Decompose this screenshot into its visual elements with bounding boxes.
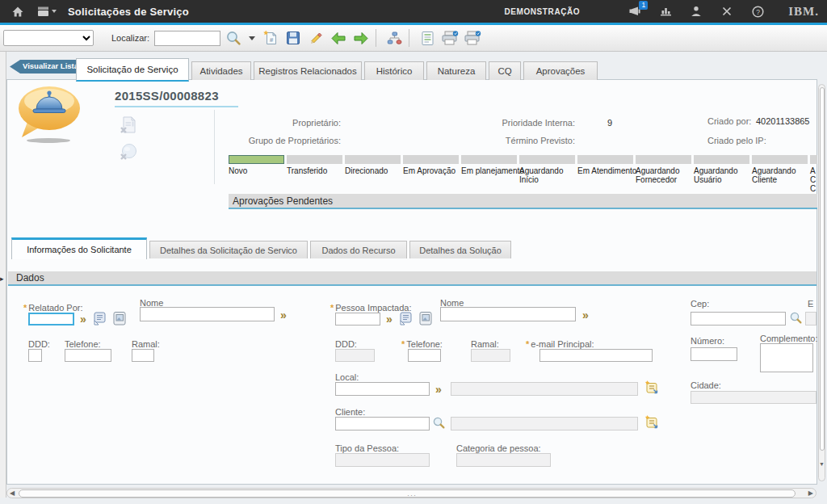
status-segment-bar <box>229 155 284 164</box>
termino-previsto-label: Término Previsto: <box>501 136 575 145</box>
tab-cq[interactable]: CQ <box>489 61 521 80</box>
relatado-ramal-input[interactable] <box>132 349 154 362</box>
bulletins-icon[interactable]: 1 <box>625 2 644 20</box>
local-detail-chevron-icon[interactable]: » <box>435 384 442 395</box>
tab-aprovacoes[interactable]: Aprovações <box>523 61 598 80</box>
print-with-attachments-button[interactable] <box>463 27 482 48</box>
search-options-caret[interactable] <box>246 27 258 48</box>
status-segment: Aguardando Usuário <box>694 155 749 192</box>
local-label: Local: <box>335 372 359 382</box>
hscroll-right-arrow[interactable]: ▶ <box>808 489 813 497</box>
status-progress-bar: Novo Transferido Direcionado Em Aprovaçã… <box>229 155 817 192</box>
criado-por-value: 40201133865 <box>756 116 809 126</box>
ibm-logo: IBM. <box>788 5 819 19</box>
home-icon[interactable] <box>8 2 27 20</box>
disabled-document-icon <box>118 115 139 139</box>
local-longdesc-icon[interactable] <box>644 380 660 396</box>
toolbar-separator <box>376 29 376 47</box>
reports-chart-icon[interactable] <box>656 2 675 20</box>
save-button[interactable] <box>283 27 303 48</box>
subtab-informacoes-solicitante[interactable]: Informações do Solicitante <box>11 237 147 259</box>
search-icon[interactable] <box>224 27 243 48</box>
goto-apps-icon[interactable] <box>37 2 57 20</box>
local-input[interactable] <box>335 382 430 396</box>
cliente-search-icon[interactable] <box>432 416 448 432</box>
sidebar-expand-arrow[interactable]: ▸ <box>0 275 4 283</box>
tipo-pessoa-label: Tipo da Pessoa: <box>335 443 399 453</box>
relatado-por-detail-menu-icon[interactable] <box>92 310 108 326</box>
subtab-detalhes-solicitacao[interactable]: Detalhes da Solicitação de Servico <box>149 241 308 258</box>
profile-icon[interactable] <box>686 2 706 20</box>
tab-atividades[interactable]: Atividades <box>191 61 251 80</box>
tipo-pessoa-input <box>335 453 430 467</box>
next-record-button[interactable] <box>351 27 371 48</box>
complemento-textarea[interactable] <box>760 343 813 372</box>
cep-input[interactable] <box>691 312 786 326</box>
workflow-icon[interactable] <box>384 27 404 48</box>
subtab-detalhes-solucao[interactable]: Detalhes da Solução <box>409 241 511 258</box>
status-segment: Transferido <box>287 155 342 192</box>
status-segment-label: A C C <box>810 166 817 192</box>
email-principal-label: *e-mail Principal: <box>526 339 594 349</box>
tab-historico[interactable]: Histórico <box>364 61 424 80</box>
horizontal-scrollbar[interactable]: ◀ ··· ▶ <box>6 488 817 498</box>
localizar-label: Localizar: <box>111 33 149 43</box>
email-principal-input[interactable] <box>539 349 653 362</box>
impactada-telefone-input[interactable] <box>408 349 441 362</box>
prioridade-interna-label: Prioridade Interna: <box>493 118 575 128</box>
relatado-por-detail-chevron-icon[interactable]: » <box>80 313 86 325</box>
status-segment: Em Aprovação <box>403 155 459 192</box>
tab-natureza[interactable]: Natureza <box>426 61 486 80</box>
vscroll-thumb[interactable] <box>820 87 825 451</box>
record-toolbar: Localizar: # <box>0 25 827 52</box>
app-header: Solicitações de Serviço DEMONSTRAÇÃO 1 ?… <box>0 0 827 23</box>
cliente-longdesc-icon[interactable] <box>644 414 660 430</box>
cep-search-icon[interactable] <box>789 311 805 327</box>
relatado-telefone-input[interactable] <box>65 349 111 362</box>
previous-record-button[interactable] <box>329 27 348 48</box>
relatado-nome-input[interactable] <box>140 307 275 321</box>
relatado-ddd-input[interactable] <box>28 349 42 362</box>
hscroll-thumb[interactable]: ··· <box>19 489 796 498</box>
pessoa-impactada-detail-menu-icon[interactable] <box>398 310 414 326</box>
new-record-button[interactable]: # <box>261 27 280 48</box>
pessoa-impactada-detail-chevron-icon[interactable]: » <box>386 313 393 325</box>
clear-changes-button[interactable] <box>306 27 325 48</box>
reports-button[interactable] <box>418 27 437 48</box>
relatado-por-clipboard-icon[interactable] <box>111 310 128 326</box>
impactada-nome-chevron-icon[interactable]: » <box>582 309 589 321</box>
view-list-button[interactable]: Visualizar Lista <box>10 60 86 74</box>
hscroll-left-arrow[interactable]: ◀ <box>10 489 15 497</box>
sidebar-collapsed-strip: ▸ <box>0 52 6 498</box>
status-segment-label: Aguardando Início <box>519 166 582 184</box>
status-segment-bar <box>694 155 749 164</box>
status-segment-label: Em planejamento <box>461 166 524 175</box>
action-select[interactable] <box>3 30 94 46</box>
pessoa-impactada-input[interactable] <box>335 313 380 326</box>
relatado-por-label: *Relatado Por: <box>23 303 83 313</box>
relatado-por-input[interactable] <box>28 313 74 326</box>
header-divider <box>214 110 215 184</box>
vscroll-down-arrow[interactable]: ▼ <box>818 458 825 471</box>
numero-input[interactable] <box>691 347 737 361</box>
pessoa-impactada-clipboard-icon[interactable] <box>418 310 434 326</box>
status-segment-label: Em Aprovação <box>403 166 466 175</box>
print-button[interactable] <box>440 27 460 48</box>
cidade-input <box>691 391 817 404</box>
impactada-nome-input[interactable] <box>440 307 576 321</box>
tab-registros-relacionados[interactable]: Registros Relacionados <box>254 61 362 80</box>
impactada-telefone-label: *Telefone: <box>401 339 443 349</box>
tab-solicitacao-de-servico[interactable]: Solicitação de Serviço <box>76 58 189 82</box>
status-segment-label: Aguardando Cliente <box>752 166 815 184</box>
cliente-input[interactable] <box>335 417 430 430</box>
localizar-input[interactable] <box>154 31 220 46</box>
help-icon[interactable]: ? <box>748 2 767 20</box>
subtab-dados-recurso[interactable]: Dados do Recurso <box>310 241 407 258</box>
required-icon: * <box>526 339 529 349</box>
impactada-ramal-label: Ramal: <box>471 339 499 349</box>
logout-icon[interactable] <box>717 2 737 20</box>
vertical-scrollbar[interactable]: ▼ <box>818 84 825 481</box>
bulletin-count-badge: 1 <box>639 1 648 10</box>
relatado-nome-chevron-icon[interactable]: » <box>280 309 287 321</box>
record-id-underline <box>115 106 238 107</box>
